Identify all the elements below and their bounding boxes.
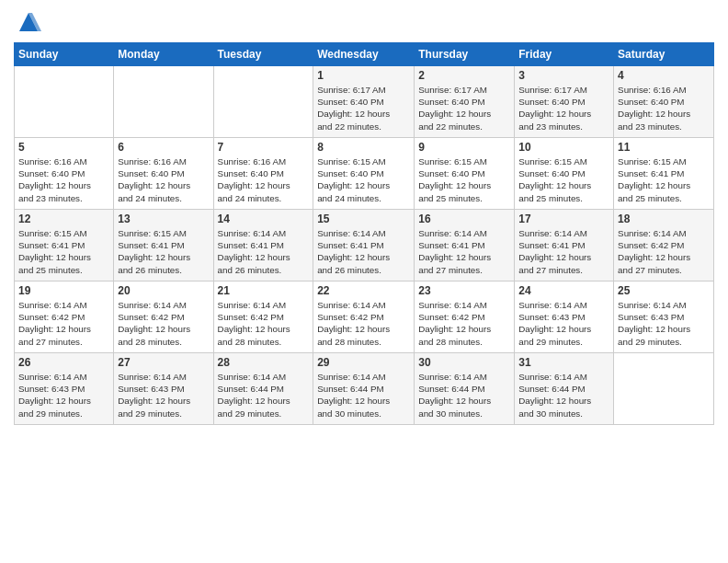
calendar-cell: 4Sunrise: 6:16 AM Sunset: 6:40 PM Daylig… <box>614 66 714 138</box>
weekday-tuesday: Tuesday <box>213 43 313 66</box>
week-row-5: 26Sunrise: 6:14 AM Sunset: 6:43 PM Dayli… <box>15 353 714 425</box>
calendar-cell <box>114 66 213 138</box>
day-number: 25 <box>618 284 710 297</box>
calendar-cell: 2Sunrise: 6:17 AM Sunset: 6:40 PM Daylig… <box>415 66 515 138</box>
day-info: Sunrise: 6:15 AM Sunset: 6:41 PM Dayligh… <box>18 227 109 276</box>
day-number: 20 <box>118 284 209 297</box>
logo <box>14 9 41 35</box>
day-info: Sunrise: 6:15 AM Sunset: 6:40 PM Dayligh… <box>317 155 410 204</box>
day-info: Sunrise: 6:14 AM Sunset: 6:44 PM Dayligh… <box>317 371 410 419</box>
calendar-cell: 1Sunrise: 6:17 AM Sunset: 6:40 PM Daylig… <box>313 66 415 138</box>
day-info: Sunrise: 6:16 AM Sunset: 6:40 PM Dayligh… <box>118 155 209 204</box>
day-number: 1 <box>317 69 410 82</box>
weekday-friday: Friday <box>515 43 614 66</box>
calendar-cell: 16Sunrise: 6:14 AM Sunset: 6:41 PM Dayli… <box>415 210 515 282</box>
calendar-cell: 15Sunrise: 6:14 AM Sunset: 6:41 PM Dayli… <box>313 210 415 282</box>
weekday-thursday: Thursday <box>415 43 515 66</box>
calendar-cell: 21Sunrise: 6:14 AM Sunset: 6:42 PM Dayli… <box>213 282 313 353</box>
day-info: Sunrise: 6:14 AM Sunset: 6:43 PM Dayligh… <box>118 371 209 419</box>
day-number: 13 <box>118 213 209 225</box>
day-info: Sunrise: 6:16 AM Sunset: 6:40 PM Dayligh… <box>618 84 710 132</box>
day-info: Sunrise: 6:14 AM Sunset: 6:41 PM Dayligh… <box>317 227 410 276</box>
day-info: Sunrise: 6:14 AM Sunset: 6:41 PM Dayligh… <box>418 227 510 276</box>
day-info: Sunrise: 6:14 AM Sunset: 6:41 PM Dayligh… <box>218 227 310 276</box>
day-number: 26 <box>18 356 109 369</box>
calendar-cell: 12Sunrise: 6:15 AM Sunset: 6:41 PM Dayli… <box>15 210 114 282</box>
day-number: 16 <box>418 213 510 225</box>
day-info: Sunrise: 6:17 AM Sunset: 6:40 PM Dayligh… <box>317 84 410 132</box>
calendar-cell <box>614 353 714 425</box>
day-info: Sunrise: 6:14 AM Sunset: 6:42 PM Dayligh… <box>317 299 410 348</box>
calendar-cell: 14Sunrise: 6:14 AM Sunset: 6:41 PM Dayli… <box>213 210 313 282</box>
day-number: 10 <box>518 141 609 154</box>
day-info: Sunrise: 6:16 AM Sunset: 6:40 PM Dayligh… <box>218 155 310 204</box>
calendar-cell: 8Sunrise: 6:15 AM Sunset: 6:40 PM Daylig… <box>313 138 415 210</box>
calendar-cell: 5Sunrise: 6:16 AM Sunset: 6:40 PM Daylig… <box>15 138 114 210</box>
day-info: Sunrise: 6:14 AM Sunset: 6:43 PM Dayligh… <box>18 371 109 419</box>
day-number: 3 <box>518 69 609 82</box>
header <box>14 9 714 35</box>
calendar-cell: 28Sunrise: 6:14 AM Sunset: 6:44 PM Dayli… <box>213 353 313 425</box>
day-number: 22 <box>317 284 410 297</box>
day-number: 17 <box>518 213 609 225</box>
day-info: Sunrise: 6:14 AM Sunset: 6:43 PM Dayligh… <box>618 299 710 348</box>
calendar: SundayMondayTuesdayWednesdayThursdayFrid… <box>14 42 714 425</box>
day-info: Sunrise: 6:17 AM Sunset: 6:40 PM Dayligh… <box>418 84 510 132</box>
calendar-cell: 25Sunrise: 6:14 AM Sunset: 6:43 PM Dayli… <box>614 282 714 353</box>
calendar-cell: 26Sunrise: 6:14 AM Sunset: 6:43 PM Dayli… <box>15 353 114 425</box>
day-number: 2 <box>418 69 510 82</box>
weekday-wednesday: Wednesday <box>313 43 415 66</box>
week-row-4: 19Sunrise: 6:14 AM Sunset: 6:42 PM Dayli… <box>15 282 714 353</box>
day-number: 14 <box>218 213 310 225</box>
calendar-cell: 3Sunrise: 6:17 AM Sunset: 6:40 PM Daylig… <box>515 66 614 138</box>
calendar-cell: 24Sunrise: 6:14 AM Sunset: 6:43 PM Dayli… <box>515 282 614 353</box>
day-info: Sunrise: 6:15 AM Sunset: 6:41 PM Dayligh… <box>618 155 710 204</box>
day-number: 31 <box>518 356 609 369</box>
calendar-header: SundayMondayTuesdayWednesdayThursdayFrid… <box>15 43 714 66</box>
day-info: Sunrise: 6:14 AM Sunset: 6:42 PM Dayligh… <box>218 299 310 348</box>
day-number: 27 <box>118 356 209 369</box>
calendar-cell: 17Sunrise: 6:14 AM Sunset: 6:41 PM Dayli… <box>515 210 614 282</box>
page: SundayMondayTuesdayWednesdayThursdayFrid… <box>0 0 728 563</box>
week-row-2: 5Sunrise: 6:16 AM Sunset: 6:40 PM Daylig… <box>15 138 714 210</box>
day-number: 24 <box>518 284 609 297</box>
day-info: Sunrise: 6:14 AM Sunset: 6:44 PM Dayligh… <box>218 371 310 419</box>
calendar-cell: 20Sunrise: 6:14 AM Sunset: 6:42 PM Dayli… <box>114 282 213 353</box>
day-number: 30 <box>418 356 510 369</box>
day-info: Sunrise: 6:14 AM Sunset: 6:42 PM Dayligh… <box>418 299 510 348</box>
calendar-cell <box>213 66 313 138</box>
calendar-body: 1Sunrise: 6:17 AM Sunset: 6:40 PM Daylig… <box>15 66 714 425</box>
day-info: Sunrise: 6:14 AM Sunset: 6:41 PM Dayligh… <box>518 227 609 276</box>
calendar-cell: 13Sunrise: 6:15 AM Sunset: 6:41 PM Dayli… <box>114 210 213 282</box>
calendar-cell: 19Sunrise: 6:14 AM Sunset: 6:42 PM Dayli… <box>15 282 114 353</box>
day-number: 23 <box>418 284 510 297</box>
week-row-3: 12Sunrise: 6:15 AM Sunset: 6:41 PM Dayli… <box>15 210 714 282</box>
day-info: Sunrise: 6:15 AM Sunset: 6:40 PM Dayligh… <box>518 155 609 204</box>
day-number: 28 <box>218 356 310 369</box>
day-number: 11 <box>618 141 710 154</box>
calendar-cell: 7Sunrise: 6:16 AM Sunset: 6:40 PM Daylig… <box>213 138 313 210</box>
weekday-header-row: SundayMondayTuesdayWednesdayThursdayFrid… <box>15 43 714 66</box>
calendar-cell: 10Sunrise: 6:15 AM Sunset: 6:40 PM Dayli… <box>515 138 614 210</box>
day-number: 21 <box>218 284 310 297</box>
calendar-cell <box>15 66 114 138</box>
weekday-saturday: Saturday <box>614 43 714 66</box>
calendar-cell: 11Sunrise: 6:15 AM Sunset: 6:41 PM Dayli… <box>614 138 714 210</box>
day-info: Sunrise: 6:14 AM Sunset: 6:44 PM Dayligh… <box>418 371 510 419</box>
day-number: 15 <box>317 213 410 225</box>
day-info: Sunrise: 6:14 AM Sunset: 6:42 PM Dayligh… <box>18 299 109 348</box>
calendar-cell: 27Sunrise: 6:14 AM Sunset: 6:43 PM Dayli… <box>114 353 213 425</box>
day-info: Sunrise: 6:14 AM Sunset: 6:42 PM Dayligh… <box>118 299 209 348</box>
calendar-cell: 30Sunrise: 6:14 AM Sunset: 6:44 PM Dayli… <box>415 353 515 425</box>
day-number: 18 <box>618 213 710 225</box>
day-info: Sunrise: 6:16 AM Sunset: 6:40 PM Dayligh… <box>18 155 109 204</box>
day-info: Sunrise: 6:15 AM Sunset: 6:40 PM Dayligh… <box>418 155 510 204</box>
day-number: 6 <box>118 141 209 154</box>
week-row-1: 1Sunrise: 6:17 AM Sunset: 6:40 PM Daylig… <box>15 66 714 138</box>
calendar-cell: 29Sunrise: 6:14 AM Sunset: 6:44 PM Dayli… <box>313 353 415 425</box>
calendar-cell: 22Sunrise: 6:14 AM Sunset: 6:42 PM Dayli… <box>313 282 415 353</box>
day-number: 19 <box>18 284 109 297</box>
weekday-sunday: Sunday <box>15 43 114 66</box>
day-info: Sunrise: 6:17 AM Sunset: 6:40 PM Dayligh… <box>518 84 609 132</box>
calendar-cell: 18Sunrise: 6:14 AM Sunset: 6:42 PM Dayli… <box>614 210 714 282</box>
